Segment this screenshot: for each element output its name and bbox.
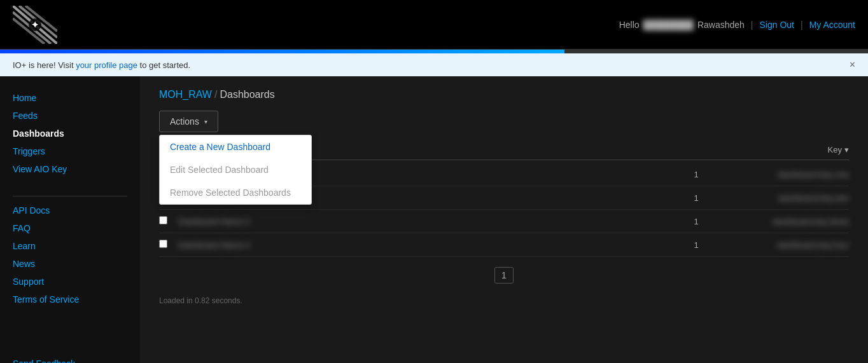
row-3-checkbox[interactable] bbox=[159, 216, 167, 224]
logo-area: ✦ bbox=[13, 6, 57, 44]
username-text: ████████ bbox=[643, 20, 694, 30]
my-account-link[interactable]: My Account bbox=[809, 20, 855, 30]
sidebar-item-faq[interactable]: FAQ bbox=[13, 219, 127, 237]
loaded-text: Loaded in 0.82 seconds. bbox=[159, 296, 849, 305]
notification-close-button[interactable]: × bbox=[850, 60, 855, 70]
sidebar-item-view-aio-key[interactable]: View AIO Key bbox=[13, 160, 127, 178]
table-header-key: Key ▾ bbox=[722, 145, 849, 154]
dropdown-item-edit: Edit Selected Dashboard bbox=[160, 158, 311, 181]
sidebar-item-support[interactable]: Support bbox=[13, 273, 127, 291]
dropdown-item-remove: Remove Selected Dashboards bbox=[160, 181, 311, 204]
sidebar-item-news[interactable]: News bbox=[13, 255, 127, 273]
sidebar-feedback-area: Send Feedback bbox=[0, 346, 140, 363]
top-nav-right: Hello ████████ Rawashdeh | Sign Out | My… bbox=[619, 20, 855, 30]
dropdown-item-create[interactable]: Create a New Dashboard bbox=[160, 135, 311, 158]
breadcrumb-separator: / bbox=[214, 89, 217, 100]
pagination-current[interactable]: 1 bbox=[494, 267, 514, 284]
sidebar: Home Feeds Dashboards Triggers View AIO … bbox=[0, 76, 140, 363]
notification-banner: IO+ is here! Visit your profile page to … bbox=[0, 53, 868, 76]
actions-dropdown-menu: Create a New Dashboard Edit Selected Das… bbox=[159, 135, 312, 205]
actions-button[interactable]: Actions ▾ bbox=[159, 111, 218, 132]
sidebar-item-api-docs[interactable]: API Docs bbox=[13, 202, 127, 219]
row-3-name: Dashboard Name 3 bbox=[178, 217, 671, 226]
sign-out-link[interactable]: Sign Out bbox=[760, 20, 794, 30]
breadcrumb: MOH_RAW / Dashboards bbox=[159, 89, 849, 100]
key-sort-icon[interactable]: ▾ bbox=[844, 145, 849, 154]
row-1-num: 1 bbox=[671, 170, 722, 179]
row-4-name: Dashboard Name 4 bbox=[178, 240, 671, 250]
divider-1: | bbox=[751, 20, 753, 30]
progress-bar-area bbox=[0, 50, 868, 53]
actions-area: Actions ▾ Create a New Dashboard Edit Se… bbox=[159, 111, 849, 132]
sidebar-item-home[interactable]: Home bbox=[13, 89, 127, 107]
sidebar-item-dashboards[interactable]: Dashboards bbox=[13, 125, 127, 142]
row-4-num: 1 bbox=[671, 240, 722, 250]
main-layout: Home Feeds Dashboards Triggers View AIO … bbox=[0, 76, 868, 363]
main-content: MOH_RAW / Dashboards Actions ▾ Create a … bbox=[140, 76, 868, 363]
row-1-key: dashboard-key-one bbox=[722, 170, 849, 179]
progress-rest bbox=[564, 50, 868, 53]
breadcrumb-parent[interactable]: MOH_RAW bbox=[159, 89, 212, 100]
logo-icon: ✦ bbox=[13, 6, 57, 44]
sidebar-item-terms[interactable]: Terms of Service bbox=[13, 291, 127, 308]
actions-caret-icon: ▾ bbox=[204, 118, 207, 125]
progress-fill bbox=[0, 50, 564, 53]
divider-2: | bbox=[801, 20, 803, 30]
row-2-key: dashboard-key-two bbox=[722, 193, 849, 203]
row-3-key: dashboard-key-three bbox=[722, 217, 849, 226]
row-2-num: 1 bbox=[671, 193, 722, 203]
actions-label: Actions bbox=[170, 116, 199, 127]
send-feedback-link[interactable]: Send Feedback bbox=[13, 359, 75, 363]
table-row: Dashboard Name 4 1 dashboard-key-four bbox=[159, 233, 849, 257]
row-4-key: dashboard-key-four bbox=[722, 240, 849, 250]
profile-link[interactable]: your profile page bbox=[76, 60, 137, 70]
table-row: Dashboard Name 3 1 dashboard-key-three bbox=[159, 210, 849, 233]
hello-text: Hello bbox=[619, 20, 640, 30]
top-nav: ✦ Hello ████████ Rawashdeh | Sign Out | … bbox=[0, 0, 868, 50]
sidebar-item-triggers[interactable]: Triggers bbox=[13, 142, 127, 160]
pagination-area: 1 bbox=[159, 267, 849, 284]
row-3-num: 1 bbox=[671, 217, 722, 226]
row-4-check[interactable] bbox=[159, 240, 178, 250]
row-4-checkbox[interactable] bbox=[159, 240, 167, 248]
sidebar-nav-primary: Home Feeds Dashboards Triggers View AIO … bbox=[0, 89, 140, 178]
sidebar-divider-1 bbox=[13, 196, 127, 196]
sidebar-nav-secondary: API Docs FAQ Learn News Support Terms of… bbox=[0, 202, 140, 308]
svg-text:✦: ✦ bbox=[31, 20, 39, 30]
username-last: Rawashdeh bbox=[697, 20, 745, 30]
breadcrumb-current: Dashboards bbox=[220, 89, 274, 100]
sidebar-item-learn[interactable]: Learn bbox=[13, 237, 127, 255]
row-3-check[interactable] bbox=[159, 216, 178, 226]
sidebar-item-feeds[interactable]: Feeds bbox=[13, 107, 127, 125]
notification-text: IO+ is here! Visit your profile page to … bbox=[13, 60, 190, 70]
